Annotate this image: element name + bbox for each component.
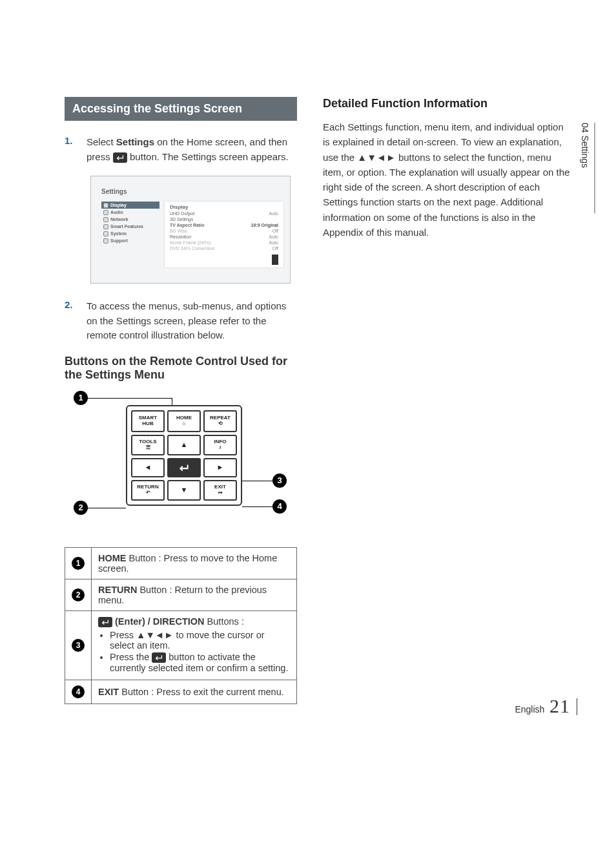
remote-diagram: 1 2 3 4 SMARTHUB HOME⌂ REPEAT⟲ — [65, 391, 297, 533]
step-number: 1. — [65, 135, 87, 164]
page-number: 21 — [549, 695, 570, 716]
screenshot-main: Display UHD OutputAuto3D SettingsTV Aspe… — [165, 202, 283, 267]
screenshot-side-item: Display — [101, 202, 159, 209]
scrollbar-icon — [272, 255, 278, 265]
step-body: Select Settings on the Home screen, and … — [87, 135, 297, 164]
category-icon — [103, 224, 108, 229]
settings-screenshot: Settings DisplayAudioNetworkSmart Featur… — [90, 176, 291, 284]
leader-line — [88, 508, 126, 508]
enter-button — [167, 458, 201, 477]
page-footer: English 21 — [515, 695, 577, 717]
two-column-layout: Accessing the Settings Screen 1. Select … — [65, 97, 571, 704]
home-icon: ⌂ — [183, 421, 186, 427]
remote-body: SMARTHUB HOME⌂ REPEAT⟲ TOOLS☰ ▲ INFOi ◄ … — [126, 405, 242, 506]
tools-icon: ☰ — [146, 445, 150, 451]
tools-button: TOOLS☰ — [131, 435, 165, 455]
table-row: 1 HOME Button : Press to move to the Hom… — [65, 547, 297, 579]
text: button. The Settings screen appears. — [127, 151, 289, 162]
section-heading: Accessing the Settings Screen — [65, 97, 297, 121]
screenshot-row: TV Aspect Ratio16:9 Original — [170, 223, 278, 227]
manual-page: Accessing the Settings Screen 1. Select … — [0, 0, 616, 743]
text: Select — [87, 136, 116, 147]
screenshot-side-item: Support — [101, 237, 159, 244]
screenshot-row: 3D Settings — [170, 217, 278, 222]
step-number: 2. — [65, 299, 87, 343]
list-item: Press the button to activate the current… — [110, 652, 290, 673]
return-button: RETURN↶ — [131, 480, 165, 501]
category-icon — [103, 210, 108, 215]
left-arrow-button: ◄ — [131, 458, 165, 477]
screenshot-row: BD WiseOff — [170, 229, 278, 233]
button-table: 1 HOME Button : Press to move to the Hom… — [65, 547, 297, 704]
callout-3: 3 — [272, 474, 287, 488]
side-tab-label: 04 Settings — [580, 123, 590, 168]
callout-2: 2 — [74, 501, 88, 515]
info-button: INFOi — [203, 435, 237, 455]
return-icon: ↶ — [146, 490, 150, 496]
repeat-icon: ⟲ — [218, 421, 223, 427]
right-arrow-button: ► — [203, 458, 237, 477]
enter-icon — [113, 152, 127, 163]
table-row: 3 (Enter) / DIRECTION Buttons : Press ▲▼… — [65, 610, 297, 680]
category-icon — [103, 231, 108, 236]
table-row: 4 EXIT Button : Press to exit the curren… — [65, 680, 297, 703]
step-1: 1. Select Settings on the Home screen, a… — [65, 135, 297, 164]
repeat-button: REPEAT⟲ — [203, 410, 237, 432]
screenshot-row: ResolutionAuto — [170, 234, 278, 239]
cell: RETURN Button : Return to the previous m… — [92, 579, 297, 610]
badge-2: 2 — [72, 589, 85, 601]
callout-1: 1 — [74, 391, 88, 405]
exit-icon: ↦ — [218, 490, 223, 496]
screenshot-sidebar: DisplayAudioNetworkSmart FeaturesSystemS… — [101, 202, 159, 267]
screenshot-side-item: Audio — [101, 209, 159, 216]
screenshot-side-item: Smart Features — [101, 223, 159, 230]
category-icon — [103, 238, 108, 244]
leader-line — [242, 481, 272, 481]
category-icon — [103, 217, 108, 222]
up-arrow-button: ▲ — [167, 435, 201, 455]
left-column: Accessing the Settings Screen 1. Select … — [65, 97, 297, 704]
screenshot-row: DVD 24Fs ConversionOff — [170, 246, 278, 251]
category-icon — [103, 203, 108, 208]
table-row: 2 RETURN Button : Return to the previous… — [65, 579, 297, 610]
down-arrow-button: ▼ — [167, 480, 201, 501]
enter-icon — [152, 652, 166, 663]
footer-bar — [577, 698, 577, 715]
side-bar-line — [594, 123, 595, 213]
settings-word: Settings — [116, 136, 154, 147]
info-icon: i — [220, 445, 221, 451]
footer-lang: English — [515, 704, 544, 714]
leader-line — [242, 506, 272, 507]
leader-line — [88, 398, 172, 399]
right-body-text: Each Settings function, menu item, and i… — [323, 120, 571, 240]
screenshot-row: UHD OutputAuto — [170, 211, 278, 216]
screenshot-side-item: System — [101, 230, 159, 237]
badge-1: 1 — [72, 557, 85, 570]
badge-4: 4 — [72, 685, 85, 698]
cell: HOME Button : Press to move to the Home … — [92, 547, 297, 579]
enter-icon — [98, 617, 112, 627]
screenshot-rows: UHD OutputAuto3D SettingsTV Aspect Ratio… — [170, 211, 278, 251]
cell: EXIT Button : Press to exit the current … — [92, 680, 297, 703]
callout-4: 4 — [272, 499, 287, 514]
screenshot-side-item: Network — [101, 216, 159, 223]
home-button: HOME⌂ — [167, 410, 201, 432]
screenshot-body: DisplayAudioNetworkSmart FeaturesSystemS… — [101, 202, 283, 267]
smart-hub-button: SMARTHUB — [131, 410, 165, 432]
screenshot-main-title: Display — [170, 204, 278, 210]
list-item: Press ▲▼◄► to move the cursor or select … — [110, 630, 290, 651]
cell: (Enter) / DIRECTION Buttons : Press ▲▼◄►… — [92, 610, 297, 680]
badge-3: 3 — [72, 639, 85, 652]
screenshot-title: Settings — [101, 188, 283, 195]
subheading-remote: Buttons on the Remote Control Used for t… — [65, 355, 297, 382]
step-2: 2. To access the menus, sub-menus, and o… — [65, 299, 297, 343]
exit-button: EXIT↦ — [203, 480, 237, 501]
screenshot-row: Movie Frame (24Fs)Auto — [170, 240, 278, 245]
step-body: To access the menus, sub-menus, and opti… — [87, 299, 297, 343]
right-subheading: Detailed Function Information — [323, 97, 571, 110]
right-column: Detailed Function Information Each Setti… — [323, 97, 571, 704]
